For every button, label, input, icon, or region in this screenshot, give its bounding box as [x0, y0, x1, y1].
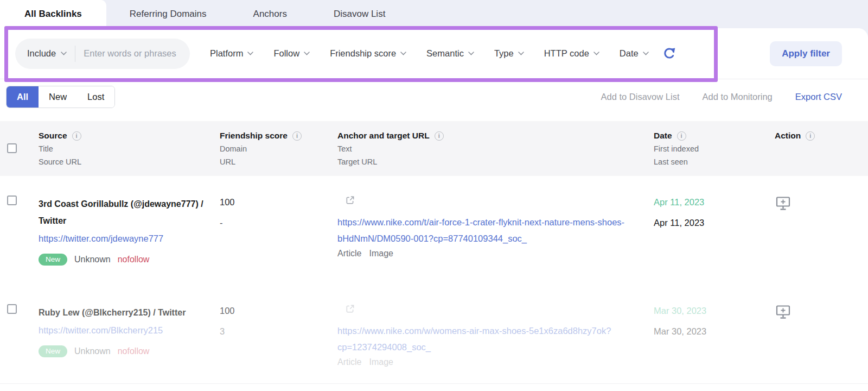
anchor-sub-target-url: Target URL: [337, 155, 654, 168]
include-dropdown-label: Include: [27, 48, 56, 59]
score-sub-domain: Domain: [220, 142, 337, 155]
last-seen-date: Mar 30, 2023: [654, 325, 775, 338]
toolbar-actions: Add to Disavow List Add to Monitoring Ex…: [601, 92, 842, 102]
apply-filter-button[interactable]: Apply filter: [770, 41, 842, 66]
backlink-status-segmented-control: All New Lost: [6, 86, 115, 108]
info-icon[interactable]: i: [677, 131, 686, 141]
chevron-down-icon: [61, 52, 67, 55]
header-friendship-score: Friendship scorei Domain URL: [220, 129, 337, 168]
nofollow-label: nofollow: [118, 255, 150, 264]
anchor-cell: https://www.nike.com/t/air-force-1-crate…: [337, 195, 654, 295]
date-cell: Apr 11, 2023 Apr 11, 2023: [654, 195, 775, 295]
chevron-down-icon: [247, 52, 253, 55]
platform-label: Unknown: [74, 255, 111, 264]
last-seen-date: Apr 11, 2023: [654, 216, 775, 229]
table-header: Sourcei Title Source URL Friendship scor…: [0, 121, 868, 176]
source-title: 3rd Coast Gorillabullz (@jdewayne777) / …: [39, 195, 218, 229]
filter-bar-wrap: Include Platform Follow Friendship score: [0, 28, 868, 79]
chevron-down-icon: [468, 52, 474, 55]
tab-all-backlinks[interactable]: All Backlinks: [0, 0, 106, 28]
header-date: Datei First indexed Last seen: [654, 129, 775, 168]
type-dropdown-label: Type: [494, 48, 514, 59]
filter-dropdowns: Platform Follow Friendship score Semanti…: [190, 48, 649, 59]
domain-score: 100: [220, 195, 337, 209]
table-row: 3rd Coast Gorillabullz (@jdewayne777) / …: [0, 176, 868, 295]
date-cell: Mar 30, 2023 Mar 30, 2023: [654, 304, 775, 383]
source-url-link[interactable]: https://twitter.com/Blkcherry215: [39, 322, 163, 338]
http-code-dropdown-label: HTTP code: [544, 48, 589, 59]
type-dropdown[interactable]: Type: [494, 48, 524, 59]
pill-divider: [75, 46, 75, 62]
action-cell: [775, 195, 868, 295]
source-column-title: Source: [39, 129, 67, 142]
row-checkbox-cell: [0, 304, 39, 383]
target-url-link[interactable]: https://www.nike.com/t/air-force-1-crate…: [337, 214, 633, 247]
keyword-filter-pill: Include: [15, 39, 190, 69]
follow-dropdown[interactable]: Follow: [273, 48, 310, 59]
date-dropdown-label: Date: [620, 48, 639, 59]
chevron-down-icon: [400, 52, 406, 55]
new-status-badge: New: [39, 345, 67, 357]
source-cell: Ruby Lew (@Blkcherry215) / Twitter https…: [39, 304, 220, 383]
add-to-monitoring-button[interactable]: Add to Monitoring: [702, 92, 772, 102]
add-to-monitoring-icon[interactable]: [775, 304, 792, 322]
table-row: Ruby Lew (@Blkcherry215) / Twitter https…: [0, 295, 868, 383]
row-checkbox[interactable]: [7, 195, 17, 205]
badge-row: New Unknown nofollow: [39, 254, 220, 266]
source-cell: 3rd Coast Gorillabullz (@jdewayne777) / …: [39, 195, 220, 295]
info-icon[interactable]: i: [72, 131, 81, 141]
include-dropdown[interactable]: Include: [27, 48, 67, 59]
friendship-score-dropdown[interactable]: Friendship score: [330, 48, 406, 59]
refresh-icon: [662, 46, 676, 61]
action-cell: [775, 304, 868, 383]
platform-dropdown-label: Platform: [210, 48, 243, 59]
export-csv-button[interactable]: Export CSV: [795, 92, 842, 102]
add-to-monitoring-icon[interactable]: [775, 195, 792, 213]
platform-label: Unknown: [74, 346, 111, 356]
date-sub-first-indexed: First indexed: [654, 142, 775, 155]
top-tab-bar: All Backlinks Referring Domains Anchors …: [0, 0, 868, 28]
header-checkbox-cell: [0, 129, 39, 168]
external-link-icon[interactable]: [346, 304, 355, 316]
anchor-sub-text: Text: [337, 142, 654, 155]
source-url-link[interactable]: https://twitter.com/jdewayne777: [39, 230, 163, 247]
new-status-badge: New: [39, 254, 67, 266]
header-action: Actioni: [775, 129, 868, 168]
date-column-title: Date: [654, 129, 672, 142]
action-column-title: Action: [775, 129, 801, 142]
info-icon[interactable]: i: [806, 131, 815, 141]
tab-referring-domains[interactable]: Referring Domains: [106, 0, 230, 28]
external-link-icon[interactable]: [346, 195, 355, 207]
domain-score: 100: [220, 304, 337, 317]
badge-row: New Unknown nofollow: [39, 345, 220, 357]
search-input[interactable]: [84, 48, 178, 59]
add-to-disavow-list-button[interactable]: Add to Disavow List: [601, 92, 680, 102]
http-code-dropdown[interactable]: HTTP code: [544, 48, 599, 59]
nofollow-label: nofollow: [118, 346, 150, 356]
date-dropdown[interactable]: Date: [620, 48, 649, 59]
row-checkbox-cell: [0, 195, 39, 295]
info-icon[interactable]: i: [292, 131, 302, 141]
tag-article: Article: [337, 357, 361, 367]
segment-all[interactable]: All: [7, 86, 39, 108]
info-icon[interactable]: i: [435, 131, 444, 141]
score-cell: 100 3: [220, 304, 337, 383]
chevron-down-icon: [643, 52, 649, 55]
select-all-checkbox[interactable]: [7, 143, 17, 153]
segment-lost[interactable]: Lost: [77, 86, 114, 108]
backlinks-page: All Backlinks Referring Domains Anchors …: [0, 0, 868, 391]
link-type-tags: Article Image: [337, 357, 637, 367]
row-checkbox[interactable]: [7, 304, 17, 314]
url-score: 3: [220, 325, 337, 338]
semantic-dropdown[interactable]: Semantic: [426, 48, 474, 59]
tab-disavow-list[interactable]: Disavow List: [310, 0, 409, 28]
target-url-link[interactable]: https://www.nike.com/w/womens-air-max-sh…: [337, 323, 633, 355]
chevron-down-icon: [593, 52, 599, 55]
source-title: Ruby Lew (@Blkcherry215) / Twitter: [39, 304, 218, 321]
tab-anchors[interactable]: Anchors: [230, 0, 310, 28]
refresh-filters-button[interactable]: [662, 46, 676, 61]
platform-dropdown[interactable]: Platform: [210, 48, 253, 59]
segment-new[interactable]: New: [39, 86, 77, 108]
chevron-down-icon: [304, 52, 310, 55]
date-sub-last-seen: Last seen: [654, 155, 775, 168]
